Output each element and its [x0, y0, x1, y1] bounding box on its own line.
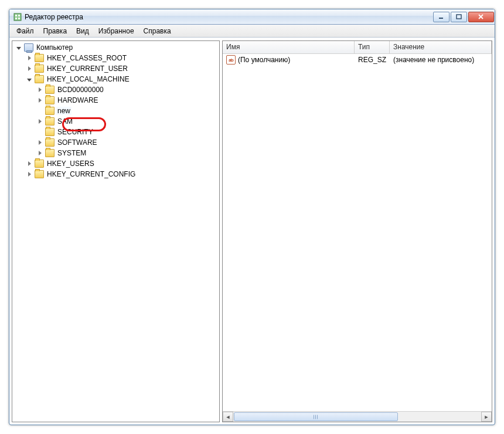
folder-icon: [45, 107, 55, 115]
col-header-value[interactable]: Значение: [390, 41, 492, 53]
folder-icon: [35, 54, 44, 62]
tree-label: HKEY_USERS: [46, 160, 96, 168]
expand-toggle-icon[interactable]: [37, 118, 43, 124]
folder-icon: [35, 170, 44, 178]
tree-label: new: [56, 107, 71, 115]
folder-icon: [45, 117, 55, 126]
folder-icon: [45, 86, 55, 94]
tree-label: HKEY_LOCAL_MACHINE: [46, 75, 131, 83]
folder-icon: [35, 65, 44, 73]
value-type: REG_SZ: [355, 56, 390, 64]
registry-tree[interactable]: Компьютер HKEY_CLASSES_ROOT HKEY_CURRENT…: [12, 40, 220, 422]
folder-icon: [45, 96, 55, 104]
expand-toggle-icon[interactable]: [26, 55, 32, 61]
tree-node-sam[interactable]: SAM: [13, 116, 218, 127]
tree-node-security[interactable]: SECURITY: [13, 127, 218, 137]
tree-node-hku[interactable]: HKEY_USERS: [13, 158, 218, 169]
minimize-button[interactable]: [433, 12, 449, 22]
maximize-button[interactable]: [451, 12, 467, 22]
tree-node-hardware[interactable]: HARDWARE: [13, 95, 218, 106]
tree-label: SOFTWARE: [56, 138, 98, 147]
col-header-type[interactable]: Тип: [355, 41, 390, 53]
tree-label: HKEY_CURRENT_USER: [46, 65, 129, 73]
menu-view[interactable]: Вид: [71, 26, 94, 36]
menu-bar: Файл Правка Вид Избранное Справка: [9, 25, 495, 38]
expand-toggle-icon[interactable]: [37, 150, 43, 156]
tree-node-new[interactable]: new: [13, 106, 218, 116]
value-list: Имя Тип Значение ab (По умолчанию) REG_S…: [222, 40, 492, 422]
tree-label: SECURITY: [56, 128, 94, 136]
menu-file[interactable]: Файл: [12, 26, 39, 36]
list-row-default[interactable]: ab (По умолчанию) REG_SZ (значение не пр…: [223, 54, 492, 66]
tree-label: SAM: [56, 117, 74, 126]
svg-rect-6: [457, 15, 461, 19]
value-data: (значение не присвоено): [390, 56, 492, 64]
tree-node-hkcu[interactable]: HKEY_CURRENT_USER: [13, 63, 218, 74]
tree-node-hkcr[interactable]: HKEY_CLASSES_ROOT: [13, 53, 218, 63]
client-area: Компьютер HKEY_CLASSES_ROOT HKEY_CURRENT…: [9, 38, 495, 425]
folder-icon: [35, 160, 44, 168]
folder-icon: [35, 75, 44, 83]
value-name: (По умолчанию): [238, 56, 290, 64]
tree-node-hklm[interactable]: HKEY_LOCAL_MACHINE: [13, 74, 218, 84]
expand-toggle-icon[interactable]: [37, 87, 43, 93]
scroll-right-button[interactable]: ►: [481, 412, 492, 422]
tree-node-system[interactable]: SYSTEM: [13, 148, 218, 158]
tree-label: HKEY_CURRENT_CONFIG: [46, 170, 137, 178]
svg-rect-1: [15, 15, 17, 16]
registry-editor-window: Редактор реестра Файл Правка Вид Избранн…: [9, 9, 495, 425]
svg-rect-2: [18, 15, 20, 16]
menu-edit[interactable]: Правка: [39, 26, 72, 36]
expand-toggle-icon[interactable]: [37, 140, 43, 145]
tree-label: HARDWARE: [56, 96, 100, 104]
close-button[interactable]: [468, 12, 494, 22]
expand-toggle-icon[interactable]: [26, 66, 32, 72]
tree-label: HKEY_CLASSES_ROOT: [46, 54, 128, 62]
computer-icon: [24, 43, 33, 52]
folder-icon: [45, 149, 55, 157]
list-header: Имя Тип Значение: [223, 41, 492, 54]
expand-toggle-icon[interactable]: [16, 46, 22, 52]
expand-toggle-icon[interactable]: [26, 77, 32, 83]
tree-node-root[interactable]: Компьютер: [13, 42, 218, 53]
svg-rect-0: [14, 13, 21, 21]
folder-icon: [45, 138, 55, 147]
tree-label: BCD00000000: [56, 86, 105, 94]
title-bar[interactable]: Редактор реестра: [9, 9, 495, 25]
tree-label: SYSTEM: [56, 149, 87, 157]
expand-toggle-icon[interactable]: [37, 97, 43, 103]
folder-icon: [45, 128, 55, 136]
menu-favorites[interactable]: Избранное: [94, 26, 139, 36]
horizontal-scrollbar[interactable]: ◄ ►: [223, 411, 492, 422]
tree-node-software[interactable]: SOFTWARE: [13, 137, 218, 148]
string-value-icon: ab: [226, 55, 236, 65]
svg-rect-4: [18, 18, 20, 19]
app-icon: [13, 12, 22, 22]
expand-toggle-icon[interactable]: [26, 171, 32, 177]
tree-node-bcd[interactable]: BCD00000000: [13, 84, 218, 95]
scroll-left-button[interactable]: ◄: [223, 412, 233, 422]
window-title: Редактор реестра: [25, 13, 83, 21]
col-header-name[interactable]: Имя: [223, 41, 355, 53]
tree-label: Компьютер: [35, 43, 74, 52]
scroll-thumb[interactable]: [234, 412, 398, 421]
svg-rect-3: [15, 18, 17, 19]
tree-node-hkcc[interactable]: HKEY_CURRENT_CONFIG: [13, 169, 218, 179]
list-body[interactable]: ab (По умолчанию) REG_SZ (значение не пр…: [223, 54, 492, 411]
menu-help[interactable]: Справка: [139, 26, 176, 36]
expand-toggle-icon[interactable]: [26, 161, 32, 167]
